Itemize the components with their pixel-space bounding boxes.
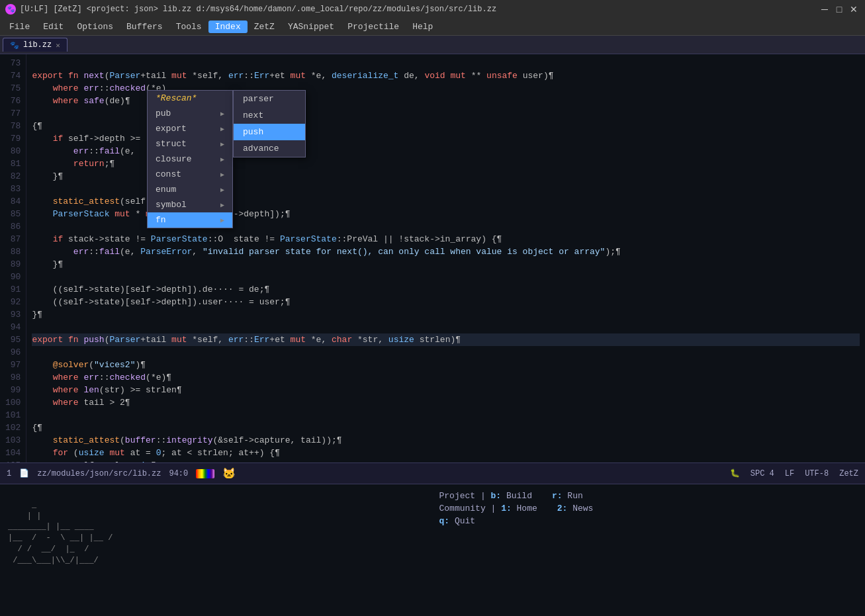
terminal-run-binding: r: Run <box>552 491 583 501</box>
nyan-icon: 🐱 <box>222 467 236 480</box>
tab-close-button[interactable]: ✕ <box>56 41 60 50</box>
status-file-icon: 📄 <box>19 468 29 478</box>
status-file-path: zz/modules/json/src/lib.zz <box>37 469 161 478</box>
terminal-project-label: Project | b: Build <box>439 491 532 501</box>
status-line-ending: LF <box>785 469 794 478</box>
tab-bar: 🐾 lib.zz ✕ <box>0 36 865 54</box>
menu-options[interactable]: Options <box>70 21 120 33</box>
menu-edit[interactable]: Edit <box>36 21 70 33</box>
status-left: 1 📄 zz/modules/json/src/lib.zz 94:0 🐱 <box>7 467 236 480</box>
menu-buffers[interactable]: Buffers <box>120 21 169 33</box>
status-bar: 1 📄 zz/modules/json/src/lib.zz 94:0 🐱 🐛 … <box>0 462 865 484</box>
menu-file[interactable]: File <box>3 21 36 33</box>
dropdown-item-closure[interactable]: closure ▶ <box>148 152 232 167</box>
pub-chevron: ▶ <box>220 110 224 118</box>
status-mode: ZetZ <box>839 469 858 478</box>
closure-chevron: ▶ <box>220 155 224 163</box>
tab-lib-zz[interactable]: 🐾 lib.zz ✕ <box>3 38 68 52</box>
menu-zetz[interactable]: ZetZ <box>248 21 281 33</box>
menu-projectile[interactable]: Projectile <box>341 21 406 33</box>
title-bar-controls: ─ □ ✕ <box>819 3 860 15</box>
dropdown-item-fn[interactable]: fn ▶ <box>148 212 232 228</box>
status-encoding: UTF-8 <box>805 469 829 478</box>
title-bar-left: 🐾 [U:LF] [ZetZ] <project: json> lib.zz d… <box>5 4 496 15</box>
title-bar: 🐾 [U:LF] [ZetZ] <project: json> lib.zz d… <box>0 0 865 19</box>
enum-chevron: ▶ <box>220 186 224 194</box>
menu-index[interactable]: Index <box>208 21 248 33</box>
dropdown-item-enum[interactable]: enum ▶ <box>148 182 232 197</box>
menu-yasnippet[interactable]: YASnippet <box>281 21 341 33</box>
terminal-menu-row-2: Community | 1: Home 2: News <box>439 504 858 513</box>
submenu-item-push[interactable]: push <box>234 124 305 140</box>
fn-label: fn <box>156 215 166 225</box>
struct-label: struct <box>156 139 187 149</box>
const-chevron: ▶ <box>220 171 224 179</box>
fn-chevron: ▶ <box>220 216 224 224</box>
status-indent: SPC 4 <box>751 469 774 478</box>
terminal-news-binding: 2: News <box>557 504 594 513</box>
submenu-item-next[interactable]: next <box>234 107 305 124</box>
bug-icon: 🐛 <box>730 468 740 478</box>
submenu-item-parser[interactable]: parser <box>234 91 305 107</box>
status-right: 🐛 SPC 4 LF UTF-8 ZetZ <box>730 468 858 478</box>
terminal-menu-row-1: Project | b: Build r: Run <box>439 491 858 501</box>
next-label: next <box>243 110 263 120</box>
close-button[interactable]: ✕ <box>848 3 860 15</box>
pub-label: pub <box>156 109 171 118</box>
menu-tools[interactable]: Tools <box>169 21 208 33</box>
export-chevron: ▶ <box>220 125 224 133</box>
dropdown-item-export[interactable]: export ▶ <box>148 121 232 136</box>
terminal-community-label: Community | 1: Home <box>439 504 537 513</box>
push-label: push <box>243 127 263 137</box>
editor-area[interactable]: 7374757677787980818283848586878889909192… <box>0 54 865 462</box>
dropdown-item-const[interactable]: const ▶ <box>148 167 232 182</box>
line-numbers: 7374757677787980818283848586878889909192… <box>0 54 26 462</box>
symbol-label: symbol <box>156 200 187 210</box>
title-bar-text: [U:LF] [ZetZ] <project: json> lib.zz d:/… <box>20 5 496 14</box>
terminal-quit-binding: q: Quit <box>439 516 476 526</box>
export-label: export <box>156 124 187 134</box>
tab-label: lib.zz <box>23 40 52 50</box>
struct-chevron: ▶ <box>220 140 224 148</box>
terminal-area: _ | | ________| |__ ____ |__ / - \ __| |… <box>0 484 865 616</box>
terminal-logo: _ | | ________| |__ ____ |__ / - \ __| |… <box>8 488 426 612</box>
menu-help[interactable]: Help <box>406 21 439 33</box>
rainbow-indicator <box>196 469 214 478</box>
dropdown-item-symbol[interactable]: symbol ▶ <box>148 197 232 212</box>
dropdown-item-rescan[interactable]: *Rescan* <box>148 91 232 106</box>
enum-label: enum <box>156 185 176 195</box>
submenu-item-advance[interactable]: advance <box>234 140 305 157</box>
rescan-label: *Rescan* <box>156 93 197 103</box>
parser-label: parser <box>243 94 274 104</box>
status-position: 94:0 <box>169 469 188 478</box>
dropdown-item-struct[interactable]: struct ▶ <box>148 136 232 152</box>
menus-container: 7374757677787980818283848586878889909192… <box>0 54 865 462</box>
dropdown-item-pub[interactable]: pub ▶ <box>148 106 232 121</box>
buffer-number: 1 <box>7 469 11 478</box>
advance-label: advance <box>243 144 279 154</box>
minimize-button[interactable]: ─ <box>819 3 831 15</box>
menu-bar: File Edit Options Buffers Tools Index Ze… <box>0 19 865 36</box>
terminal-menu: Project | b: Build r: Run Community | 1:… <box>426 488 858 612</box>
symbol-chevron: ▶ <box>220 201 224 209</box>
closure-label: closure <box>156 154 192 164</box>
dropdown-index-menu: *Rescan* pub ▶ export ▶ struct ▶ closure… <box>147 90 233 228</box>
submenu-fn-menu: parser next push advance <box>233 90 306 157</box>
tab-file-icon: 🐾 <box>10 41 19 50</box>
app-icon: 🐾 <box>5 4 16 15</box>
terminal-menu-row-3: q: Quit <box>439 516 858 526</box>
maximize-button[interactable]: □ <box>833 3 845 15</box>
const-label: const <box>156 169 181 179</box>
